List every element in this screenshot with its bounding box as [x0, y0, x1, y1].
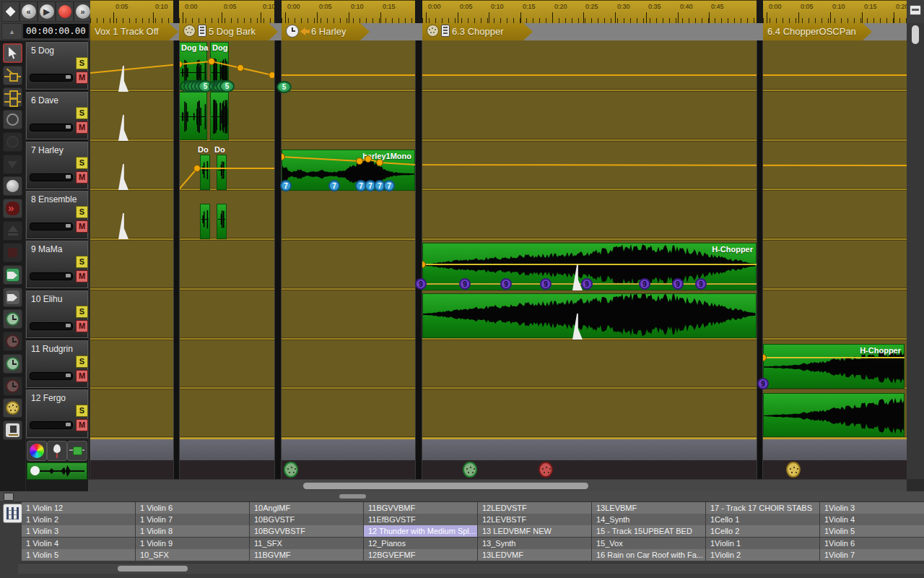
mute-button[interactable]: M	[76, 320, 88, 332]
tag-white-tool[interactable]	[3, 288, 22, 307]
record-button[interactable]	[56, 1, 74, 22]
automation-node-tool[interactable]	[3, 66, 22, 85]
cursor-tool[interactable]	[3, 43, 22, 63]
audio-clip-h-chopper[interactable]: H-Chopper	[763, 344, 905, 389]
browser-item[interactable]: 1 Violin 2	[22, 514, 136, 525]
take-badge[interactable]: 5	[276, 81, 292, 93]
vertical-scrollbar-thumb[interactable]	[912, 25, 919, 44]
browser-item[interactable]: 1Violin 7	[820, 549, 924, 561]
browser-item[interactable]: 1 Violin 12	[22, 502, 136, 514]
mute-button[interactable]: M	[76, 220, 88, 233]
solo-button[interactable]: S	[76, 206, 88, 218]
midi-din-green-icon[interactable]	[463, 462, 477, 478]
browser-item[interactable]: 10AnglMF	[250, 502, 364, 514]
browser-item[interactable]: 13LEVBMF	[592, 502, 706, 514]
browser-item[interactable]: 1 Violin 8	[136, 525, 250, 537]
browser-item[interactable]: 12LEDVSTF	[478, 502, 592, 514]
browser-item[interactable]: 1Violin 5	[820, 525, 924, 537]
audio-clip[interactable]	[217, 155, 227, 190]
mute-button[interactable]: M	[76, 270, 88, 282]
arrangement-area[interactable]: Dog baDogDoDoharley1MonoH-ChopperH-Chopp…	[88, 40, 907, 438]
browser-item[interactable]: 13LEDVMF	[478, 549, 592, 561]
solo-button[interactable]: S	[76, 405, 88, 417]
browser-item[interactable]: 16 Rain on Car Roof with Fa...	[592, 549, 706, 561]
playhead-pin-marker[interactable]	[118, 66, 128, 92]
browser-header-scroll-thumb[interactable]	[339, 494, 366, 499]
audio-clip[interactable]	[179, 92, 207, 140]
browser-item[interactable]: 17 - Track 17 CHOIR STABS	[706, 502, 820, 514]
browser-item[interactable]: 13_Synth	[478, 538, 592, 549]
clip-marker-badge[interactable]: 7	[383, 180, 395, 191]
volume-fader[interactable]	[30, 421, 73, 429]
timeline-ruler[interactable]: 0:050:100:000:050:100:000:050:100:150:00…	[90, 0, 907, 23]
browser-item[interactable]: 14_Synth	[592, 514, 706, 525]
browser-item[interactable]: 11BGVMF	[250, 549, 364, 561]
section-tab-3[interactable]: 6 Harley	[282, 23, 370, 40]
browser-item[interactable]: 11BGVVBMF	[364, 502, 478, 514]
browser-item[interactable]: 11EfBGVSTF	[364, 514, 478, 525]
clip-marker-badge[interactable]: 7	[280, 180, 292, 191]
fast-forward-button[interactable]: »	[74, 1, 92, 22]
browser-item[interactable]: 12BGVEFMF	[364, 549, 478, 561]
browser-scrollbar-thumb[interactable]	[118, 566, 188, 571]
sphere-tool[interactable]	[3, 176, 22, 196]
red-ffwd-tool[interactable]: »	[3, 199, 22, 218]
browser-item[interactable]: 11_SFX	[250, 538, 364, 549]
play-button[interactable]: ▶	[38, 1, 56, 22]
volume-fader[interactable]	[30, 372, 73, 380]
audio-clip[interactable]	[200, 204, 210, 239]
browser-item[interactable]: 10BGVVBSTF	[250, 525, 364, 537]
fader-thumb[interactable]	[66, 374, 71, 377]
browser-item[interactable]: 10BGVSTF	[250, 514, 364, 525]
solo-button[interactable]: S	[76, 256, 88, 268]
fader-thumb[interactable]	[66, 75, 71, 79]
clip-marker-badge[interactable]: 9	[757, 378, 769, 389]
browser-item[interactable]: 1Cello 2	[706, 525, 820, 537]
browser-item[interactable]: 1 Violin 4	[22, 538, 136, 549]
ruler-section[interactable]: 0:000:050:100:150:200:250:300:350:400:45	[422, 0, 757, 24]
browser-item[interactable]: 1Violin 4	[820, 514, 924, 525]
track-header-12[interactable]: 12 FergoSM	[26, 389, 88, 437]
fader-thumb[interactable]	[66, 423, 71, 426]
solo-button[interactable]: S	[76, 306, 88, 318]
expand-button[interactable]: ▲	[1, 23, 22, 40]
mute-button[interactable]: M	[76, 419, 88, 431]
clip-marker-badge[interactable]: 9	[500, 278, 512, 290]
red-square-tool[interactable]	[3, 243, 22, 262]
automation-node[interactable]	[237, 65, 244, 72]
dim-ring-tool[interactable]	[3, 132, 22, 152]
volume-fader[interactable]	[30, 74, 73, 82]
midi-din-green-icon[interactable]	[284, 462, 298, 478]
clock-green2-tool[interactable]	[3, 354, 22, 374]
audio-clip-harley1mono[interactable]: harley1Mono	[282, 150, 415, 191]
color-wheel-button[interactable]	[27, 441, 47, 461]
clock-red-tool[interactable]	[3, 332, 22, 351]
solo-button[interactable]: S	[76, 57, 88, 69]
clip-marker-badge[interactable]: 9	[695, 278, 707, 290]
midi-din-red-icon[interactable]	[539, 462, 553, 478]
track-header-8[interactable]: 8 EnsembleSM	[26, 191, 88, 238]
din-yellow-tool[interactable]	[3, 398, 22, 418]
playhead-pin-marker[interactable]	[118, 164, 128, 190]
section-tab-2[interactable]: 5 Dog Bark	[179, 23, 278, 40]
clip-marker-badge[interactable]: 9	[415, 278, 427, 290]
audio-clip[interactable]	[422, 293, 757, 338]
take-badge[interactable]: 5	[219, 80, 235, 92]
marker-pin-button[interactable]	[47, 441, 67, 461]
audio-clip[interactable]	[217, 204, 227, 239]
solo-button[interactable]: S	[76, 355, 88, 368]
fader-thumb[interactable]	[66, 175, 71, 178]
timecode-display[interactable]: 00:00:00.00	[23, 24, 89, 38]
jack-tool[interactable]	[3, 420, 22, 440]
browser-item[interactable]: 1 Violin 9	[136, 538, 250, 549]
automation-multi-node-tool[interactable]	[3, 87, 22, 107]
browser-item[interactable]: 1 Violin 3	[22, 525, 136, 537]
horizontal-scrollbar-thumb[interactable]	[303, 483, 588, 489]
fader-thumb[interactable]	[66, 274, 71, 277]
volume-fader[interactable]	[30, 272, 73, 280]
clip-marker-badge[interactable]: 9	[459, 278, 471, 290]
mute-button[interactable]: M	[76, 370, 88, 382]
playhead-pin-marker[interactable]	[118, 115, 128, 141]
clock-red2-tool[interactable]	[3, 376, 22, 396]
eject-tool[interactable]	[3, 221, 22, 241]
